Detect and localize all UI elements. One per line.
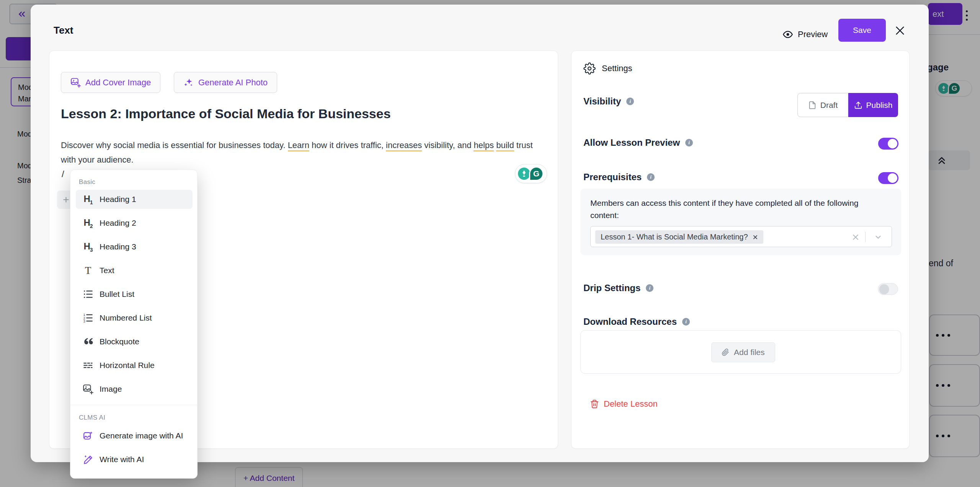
download-resources-label: Download Resources — [583, 316, 677, 327]
prerequisites-box: Members can access this content if they … — [580, 189, 901, 255]
slash-menu-item-bullet-list[interactable]: Bullet List — [76, 285, 193, 304]
slash-menu-item-heading-1[interactable]: H1 Heading 1 — [76, 190, 193, 209]
add-files-button[interactable]: Add files — [711, 342, 775, 362]
prerequisite-tag: Lesson 1- What is Social Media Marketing… — [595, 230, 763, 244]
info-icon[interactable]: i — [626, 98, 634, 105]
info-icon[interactable]: i — [646, 284, 653, 292]
menu-section-basic: Basic — [79, 178, 95, 186]
menu-item-label: Generate image with AI — [100, 431, 183, 440]
allow-preview-toggle[interactable] — [878, 138, 898, 150]
app-screen: + Mod Mar Mod Mod Stra + Add Content ext… — [0, 0, 980, 487]
menu-item-label: Write with AI — [100, 455, 144, 464]
slash-menu-item-text[interactable]: T Text — [76, 261, 193, 280]
prerequisites-description: Members can access this content if they … — [590, 197, 872, 222]
allow-preview-row-label: Allow Lesson Preview i — [583, 137, 693, 148]
prerequisites-row-label: Prerequisites i — [583, 172, 655, 182]
menu-item-label: Heading 1 — [100, 195, 136, 204]
settings-title: Settings — [602, 64, 632, 73]
slash-menu-item-image[interactable]: Image — [76, 380, 193, 399]
chevron-down-icon[interactable] — [874, 233, 882, 241]
heading-2-icon: H2 — [81, 217, 95, 229]
add-files-label: Add files — [734, 348, 765, 357]
menu-item-label: Horizontal Rule — [100, 361, 155, 370]
gear-icon — [583, 62, 596, 75]
close-button[interactable] — [894, 24, 906, 37]
ai-write-icon — [81, 454, 95, 464]
heading-1-icon: H1 — [81, 194, 95, 205]
download-resources-dropzone[interactable]: Add files — [580, 330, 901, 374]
settings-panel: Settings Visibility i Draft Publish Allo — [571, 50, 910, 449]
grammar-suggestion-underline[interactable]: increases — [386, 140, 422, 151]
info-icon[interactable]: i — [682, 318, 690, 326]
draft-label: Draft — [820, 101, 838, 110]
slash-menu-item-horizontal-rule[interactable]: Horizontal Rule — [76, 356, 193, 375]
settings-header: Settings — [583, 62, 632, 75]
grammarly-logo-icon: G — [529, 166, 544, 181]
horizontal-rule-icon — [81, 360, 95, 371]
generate-ai-photo-button[interactable]: Generate AI Photo — [174, 72, 277, 93]
trash-icon — [590, 399, 599, 409]
draft-button[interactable]: Draft — [797, 93, 848, 117]
menu-item-label: Bullet List — [100, 290, 134, 299]
add-cover-image-label: Add Cover Image — [85, 78, 151, 88]
eye-icon — [782, 29, 793, 40]
info-icon[interactable]: i — [647, 173, 655, 181]
menu-item-label: Text — [100, 266, 114, 275]
preview-button[interactable]: Preview — [782, 27, 828, 42]
lesson-body-editor[interactable]: Discover why social media is essential f… — [61, 138, 546, 167]
body-text: visibility, and — [422, 140, 474, 150]
info-icon[interactable]: i — [685, 139, 693, 147]
grammarly-badge[interactable]: G — [515, 164, 547, 183]
delete-lesson-label: Delete Lesson — [604, 399, 658, 409]
allow-preview-label: Allow Lesson Preview — [583, 137, 680, 148]
generate-ai-photo-label: Generate AI Photo — [198, 78, 268, 88]
image-plus-icon — [81, 384, 95, 394]
visibility-row-label: Visibility i — [583, 96, 634, 107]
modal-title: Text — [54, 24, 74, 36]
download-resources-row-label: Download Resources i — [583, 316, 690, 327]
drip-settings-label: Drip Settings — [583, 283, 640, 293]
slash-menu-item-generate-image-ai[interactable]: Generate image with AI — [76, 427, 193, 445]
prerequisites-toggle[interactable] — [878, 172, 898, 184]
menu-item-label: Heading 3 — [100, 242, 136, 251]
save-button[interactable]: Save — [838, 19, 886, 42]
add-cover-image-button[interactable]: Add Cover Image — [61, 72, 160, 93]
bullet-list-icon — [81, 289, 95, 300]
grammar-suggestion-underline[interactable]: helps — [474, 140, 494, 151]
slash-command-prompt[interactable]: / — [62, 169, 64, 179]
svg-text:3: 3 — [83, 319, 85, 323]
visibility-segmented-control: Draft Publish — [797, 93, 898, 117]
preview-label: Preview — [798, 29, 828, 39]
heading-3-icon: H3 — [81, 241, 95, 253]
slash-menu-item-blockquote[interactable]: Blockquote — [76, 332, 193, 351]
select-divider — [865, 232, 866, 242]
grammar-suggestion-underline[interactable]: Learn — [288, 140, 309, 151]
text-icon: T — [81, 265, 95, 277]
clear-selection-icon[interactable] — [852, 233, 859, 241]
grammarly-suggestion-icon — [518, 168, 530, 180]
menu-item-label: Image — [100, 384, 122, 394]
body-text: Discover why social media is essential f… — [61, 140, 288, 150]
prerequisites-select[interactable]: Lesson 1- What is Social Media Marketing… — [590, 226, 892, 247]
delete-lesson-button[interactable]: Delete Lesson — [590, 399, 658, 409]
slash-menu-item-heading-2[interactable]: H2 Heading 2 — [76, 213, 193, 233]
menu-section-clms-ai: CLMS AI — [79, 414, 105, 422]
lesson-title-input[interactable]: Lesson 2: Importance of Social Media for… — [61, 106, 391, 121]
close-icon — [894, 24, 906, 37]
body-text: how it drives traffic, — [309, 140, 386, 150]
paperclip-icon — [722, 349, 729, 356]
drip-settings-toggle[interactable] — [878, 283, 898, 295]
slash-menu-item-write-with-ai[interactable]: Write with AI — [76, 451, 193, 468]
publish-label: Publish — [866, 101, 893, 110]
drip-settings-row-label: Drip Settings i — [583, 283, 653, 293]
prerequisites-label: Prerequisites — [583, 172, 642, 182]
tag-remove-icon[interactable] — [753, 235, 758, 240]
prerequisite-tag-label: Lesson 1- What is Social Media Marketing… — [601, 233, 748, 241]
image-plus-icon — [70, 77, 81, 88]
slash-menu-item-numbered-list[interactable]: 123 Numbered List — [76, 308, 193, 327]
grammar-suggestion-underline[interactable]: build — [496, 140, 514, 151]
publish-button[interactable]: Publish — [848, 93, 898, 117]
menu-item-label: Blockquote — [100, 337, 139, 346]
ai-image-icon — [81, 431, 95, 441]
slash-menu-item-heading-3[interactable]: H3 Heading 3 — [76, 237, 193, 256]
